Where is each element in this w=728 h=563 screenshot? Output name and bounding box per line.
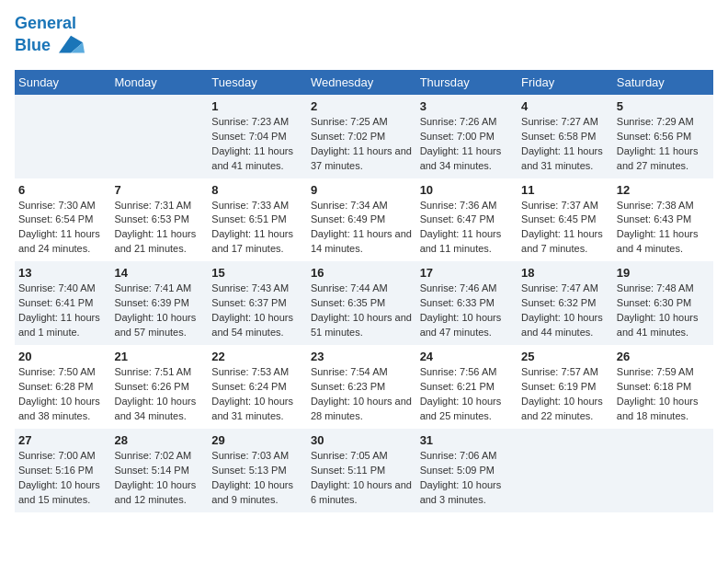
calendar-cell: 26Sunrise: 7:59 AM Sunset: 6:18 PM Dayli… <box>613 345 713 429</box>
calendar-cell: 18Sunrise: 7:47 AM Sunset: 6:32 PM Dayli… <box>518 261 613 345</box>
day-number: 1 <box>211 99 303 113</box>
calendar-cell <box>111 95 209 178</box>
day-info: Sunrise: 7:23 AM Sunset: 7:04 PM Dayligh… <box>211 115 303 174</box>
day-info: Sunrise: 7:31 AM Sunset: 6:53 PM Dayligh… <box>115 199 205 258</box>
day-info: Sunrise: 7:30 AM Sunset: 6:54 PM Dayligh… <box>18 199 108 258</box>
calendar-cell: 17Sunrise: 7:46 AM Sunset: 6:33 PM Dayli… <box>416 261 518 345</box>
calendar-cell: 24Sunrise: 7:56 AM Sunset: 6:21 PM Dayli… <box>416 345 518 429</box>
calendar-cell: 13Sunrise: 7:40 AM Sunset: 6:41 PM Dayli… <box>15 261 111 345</box>
day-info: Sunrise: 7:06 AM Sunset: 5:09 PM Dayligh… <box>420 449 514 508</box>
weekday-header-friday: Friday <box>518 70 613 95</box>
day-number: 20 <box>18 350 108 363</box>
calendar-cell: 14Sunrise: 7:41 AM Sunset: 6:39 PM Dayli… <box>111 261 209 345</box>
day-number: 30 <box>311 433 413 447</box>
day-number: 8 <box>211 183 303 197</box>
weekday-header-monday: Monday <box>111 70 209 95</box>
calendar-cell: 16Sunrise: 7:44 AM Sunset: 6:35 PM Dayli… <box>307 261 416 345</box>
day-number: 31 <box>420 433 514 447</box>
weekday-header-wednesday: Wednesday <box>307 70 416 95</box>
calendar-cell: 7Sunrise: 7:31 AM Sunset: 6:53 PM Daylig… <box>111 178 209 262</box>
calendar-week-row: 20Sunrise: 7:50 AM Sunset: 6:28 PM Dayli… <box>15 345 713 429</box>
weekday-header-thursday: Thursday <box>416 70 518 95</box>
calendar-cell: 19Sunrise: 7:48 AM Sunset: 6:30 PM Dayli… <box>613 261 713 345</box>
day-info: Sunrise: 7:38 AM Sunset: 6:43 PM Dayligh… <box>617 199 710 258</box>
day-info: Sunrise: 7:25 AM Sunset: 7:02 PM Dayligh… <box>311 115 413 174</box>
page-header: General Blue <box>15 15 713 59</box>
calendar-cell: 4Sunrise: 7:27 AM Sunset: 6:58 PM Daylig… <box>518 95 613 178</box>
day-number: 16 <box>311 266 413 280</box>
day-info: Sunrise: 7:27 AM Sunset: 6:58 PM Dayligh… <box>521 115 609 174</box>
day-info: Sunrise: 7:46 AM Sunset: 6:33 PM Dayligh… <box>420 282 514 340</box>
day-info: Sunrise: 7:36 AM Sunset: 6:47 PM Dayligh… <box>420 199 514 258</box>
day-number: 21 <box>115 350 205 363</box>
day-number: 3 <box>420 99 514 113</box>
calendar-cell: 8Sunrise: 7:33 AM Sunset: 6:51 PM Daylig… <box>208 178 307 262</box>
weekday-header-sunday: Sunday <box>15 70 111 95</box>
calendar-cell: 10Sunrise: 7:36 AM Sunset: 6:47 PM Dayli… <box>416 178 518 262</box>
day-info: Sunrise: 7:59 AM Sunset: 6:18 PM Dayligh… <box>617 365 710 424</box>
calendar-cell <box>518 429 613 512</box>
day-number: 26 <box>617 350 710 363</box>
day-info: Sunrise: 7:44 AM Sunset: 6:35 PM Dayligh… <box>311 282 413 340</box>
calendar-cell: 29Sunrise: 7:03 AM Sunset: 5:13 PM Dayli… <box>208 429 307 512</box>
day-number: 18 <box>521 266 609 280</box>
day-info: Sunrise: 7:43 AM Sunset: 6:37 PM Dayligh… <box>211 282 303 340</box>
calendar-table: SundayMondayTuesdayWednesdayThursdayFrid… <box>15 70 713 512</box>
logo: General Blue <box>15 15 85 59</box>
day-info: Sunrise: 7:47 AM Sunset: 6:32 PM Dayligh… <box>521 282 609 340</box>
day-info: Sunrise: 7:50 AM Sunset: 6:28 PM Dayligh… <box>18 365 108 424</box>
calendar-cell: 3Sunrise: 7:26 AM Sunset: 7:00 PM Daylig… <box>416 95 518 178</box>
calendar-week-row: 13Sunrise: 7:40 AM Sunset: 6:41 PM Dayli… <box>15 261 713 345</box>
day-info: Sunrise: 7:53 AM Sunset: 6:24 PM Dayligh… <box>211 365 303 424</box>
day-info: Sunrise: 7:56 AM Sunset: 6:21 PM Dayligh… <box>420 365 514 424</box>
day-number: 2 <box>311 99 413 113</box>
day-number: 5 <box>617 99 710 113</box>
calendar-cell: 11Sunrise: 7:37 AM Sunset: 6:45 PM Dayli… <box>518 178 613 262</box>
day-number: 23 <box>311 350 413 363</box>
weekday-header-tuesday: Tuesday <box>208 70 307 95</box>
calendar-cell: 28Sunrise: 7:02 AM Sunset: 5:14 PM Dayli… <box>111 429 209 512</box>
day-number: 22 <box>211 350 303 363</box>
day-number: 19 <box>617 266 710 280</box>
calendar-week-row: 6Sunrise: 7:30 AM Sunset: 6:54 PM Daylig… <box>15 178 713 262</box>
calendar-cell: 30Sunrise: 7:05 AM Sunset: 5:11 PM Dayli… <box>307 429 416 512</box>
day-number: 17 <box>420 266 514 280</box>
calendar-cell: 31Sunrise: 7:06 AM Sunset: 5:09 PM Dayli… <box>416 429 518 512</box>
calendar-cell <box>613 429 713 512</box>
day-info: Sunrise: 7:40 AM Sunset: 6:41 PM Dayligh… <box>18 282 108 340</box>
logo-text: General <box>15 15 85 33</box>
calendar-cell: 21Sunrise: 7:51 AM Sunset: 6:26 PM Dayli… <box>111 345 209 429</box>
calendar-cell: 22Sunrise: 7:53 AM Sunset: 6:24 PM Dayli… <box>208 345 307 429</box>
logo-text2: Blue <box>15 33 85 59</box>
calendar-cell <box>15 95 111 178</box>
calendar-cell: 15Sunrise: 7:43 AM Sunset: 6:37 PM Dayli… <box>208 261 307 345</box>
calendar-week-row: 27Sunrise: 7:00 AM Sunset: 5:16 PM Dayli… <box>15 429 713 512</box>
calendar-cell: 20Sunrise: 7:50 AM Sunset: 6:28 PM Dayli… <box>15 345 111 429</box>
calendar-cell: 5Sunrise: 7:29 AM Sunset: 6:56 PM Daylig… <box>613 95 713 178</box>
day-info: Sunrise: 7:41 AM Sunset: 6:39 PM Dayligh… <box>115 282 205 340</box>
day-number: 24 <box>420 350 514 363</box>
day-number: 28 <box>115 433 205 447</box>
day-info: Sunrise: 7:57 AM Sunset: 6:19 PM Dayligh… <box>521 365 609 424</box>
day-number: 11 <box>521 183 609 197</box>
day-number: 4 <box>521 99 609 113</box>
day-info: Sunrise: 7:51 AM Sunset: 6:26 PM Dayligh… <box>115 365 205 424</box>
day-number: 13 <box>18 266 108 280</box>
weekday-header-saturday: Saturday <box>613 70 713 95</box>
day-info: Sunrise: 7:05 AM Sunset: 5:11 PM Dayligh… <box>311 449 413 508</box>
calendar-week-row: 1Sunrise: 7:23 AM Sunset: 7:04 PM Daylig… <box>15 95 713 178</box>
day-number: 7 <box>115 183 205 197</box>
day-number: 14 <box>115 266 205 280</box>
day-number: 6 <box>18 183 108 197</box>
day-number: 29 <box>211 433 303 447</box>
day-info: Sunrise: 7:48 AM Sunset: 6:30 PM Dayligh… <box>617 282 710 340</box>
day-number: 12 <box>617 183 710 197</box>
day-info: Sunrise: 7:02 AM Sunset: 5:14 PM Dayligh… <box>115 449 205 508</box>
calendar-cell: 27Sunrise: 7:00 AM Sunset: 5:16 PM Dayli… <box>15 429 111 512</box>
calendar-cell: 2Sunrise: 7:25 AM Sunset: 7:02 PM Daylig… <box>307 95 416 178</box>
day-number: 15 <box>211 266 303 280</box>
calendar-cell: 6Sunrise: 7:30 AM Sunset: 6:54 PM Daylig… <box>15 178 111 262</box>
calendar-cell: 12Sunrise: 7:38 AM Sunset: 6:43 PM Dayli… <box>613 178 713 262</box>
day-number: 10 <box>420 183 514 197</box>
day-number: 25 <box>521 350 609 363</box>
